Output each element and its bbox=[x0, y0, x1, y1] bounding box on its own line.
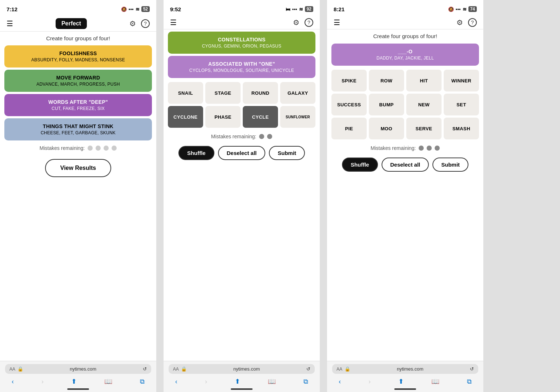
subtitle-1: Create four groups of four! bbox=[0, 32, 156, 44]
browser-nav-row-2: ‹ › ⬆ 📖 ⧉ bbox=[169, 376, 315, 387]
help-icon-2[interactable]: ? bbox=[305, 18, 313, 27]
deselect-all-button-3[interactable]: Deselect all bbox=[382, 158, 429, 172]
browser-bookmarks-btn-1[interactable]: 📖 bbox=[101, 377, 115, 386]
btn-row-3: Shuffle Deselect all Submit bbox=[327, 155, 483, 177]
hamburger-icon-3[interactable]: ☰ bbox=[334, 18, 340, 27]
group-tile-associated-one: ASSOCIATED WITH "ONE" CYCLOPS, MONOLOGUE… bbox=[168, 56, 315, 78]
deselect-all-button-2[interactable]: Deselect all bbox=[218, 146, 266, 160]
word-tile-galaxy[interactable]: GALAXY bbox=[280, 82, 315, 104]
wifi-icon: ≋ bbox=[136, 7, 140, 12]
help-icon-3[interactable]: ? bbox=[468, 18, 477, 27]
browser-tabs-btn-3[interactable]: ⧉ bbox=[464, 377, 475, 386]
hotel-icon: 🛏 bbox=[286, 7, 290, 12]
mistake-dot-1 bbox=[88, 146, 93, 151]
browser-bookmarks-btn-2[interactable]: 📖 bbox=[265, 377, 279, 386]
word-tile-row[interactable]: ROW bbox=[369, 70, 404, 91]
nav-bar-2: ☰ ⚙ ? bbox=[164, 16, 320, 29]
group-tile-deep: WORDS AFTER "DEEP" CUT, FAKE, FREEZE, SI… bbox=[4, 94, 152, 116]
status-time-1: 7:12 bbox=[7, 6, 17, 12]
help-icon-1[interactable]: ? bbox=[141, 19, 150, 28]
mistake-dot-2-2 bbox=[267, 134, 272, 139]
browser-forward-btn-3[interactable]: › bbox=[366, 377, 374, 386]
submit-button-3[interactable]: Submit bbox=[432, 158, 468, 172]
word-tile-winner[interactable]: WINNER bbox=[444, 70, 479, 91]
browser-bar-1: AA 🔒 nytimes.com ↺ ‹ › ⬆ 📖 ⧉ bbox=[0, 361, 156, 392]
group-name-deep: WORDS AFTER "DEEP" bbox=[10, 99, 146, 105]
signal-icon-2: ▪▪▪ bbox=[292, 7, 297, 12]
group-name-move-forward: MOVE FORWARD bbox=[10, 75, 146, 81]
settings-icon-3[interactable]: ⚙ bbox=[456, 18, 463, 27]
word-tile-serve[interactable]: SERVE bbox=[406, 118, 442, 139]
word-tile-moo[interactable]: MOO bbox=[369, 118, 404, 139]
word-tile-spike[interactable]: SPIKE bbox=[331, 70, 367, 91]
browser-forward-btn-2[interactable]: › bbox=[202, 377, 210, 386]
settings-icon-2[interactable]: ⚙ bbox=[293, 18, 299, 27]
word-tile-sunflower[interactable]: SUNFLOWER bbox=[280, 106, 315, 128]
reload-icon-1[interactable]: ↺ bbox=[143, 366, 147, 372]
group-name-associated-one: ASSOCIATED WITH "ONE" bbox=[174, 61, 310, 67]
group-name-foolishness: FOOLISHNESS bbox=[10, 50, 146, 56]
browser-back-btn-1[interactable]: ‹ bbox=[9, 377, 17, 386]
browser-bar-2: AA 🔒 nytimes.com ↺ ‹ › ⬆ 📖 ⧉ bbox=[164, 361, 320, 392]
mistakes-row-3: Mistakes remaining: bbox=[327, 142, 483, 155]
submit-button-2[interactable]: Submit bbox=[269, 146, 305, 160]
mistake-dot-4 bbox=[112, 146, 117, 151]
status-bar-3: 8:21 🔕 ▪▪▪ ≋ 74 bbox=[327, 0, 483, 16]
word-tile-stage[interactable]: STAGE bbox=[205, 82, 241, 104]
word-tile-phase[interactable]: PHASE bbox=[205, 106, 241, 128]
word-tile-cycle[interactable]: CYCLE bbox=[243, 106, 278, 128]
browser-forward-btn-1[interactable]: › bbox=[39, 377, 47, 386]
signal-icon: ▪▪▪ bbox=[129, 7, 134, 12]
browser-bookmarks-btn-3[interactable]: 📖 bbox=[428, 377, 442, 386]
status-bar-1: 7:12 🔕 ▪▪▪ ≋ 52 bbox=[0, 0, 156, 16]
word-tile-round[interactable]: ROUND bbox=[243, 82, 278, 104]
word-tile-smash[interactable]: SMASH bbox=[444, 118, 479, 139]
phone-2: 9:52 🛏 ▪▪▪ ≋ 92 ☰ ⚙ ? CONSTELLATIONS CYG… bbox=[164, 0, 320, 392]
browser-nav-row-1: ‹ › ⬆ 📖 ⧉ bbox=[5, 376, 151, 387]
word-tile-hit[interactable]: HIT bbox=[406, 70, 442, 91]
word-tile-bump[interactable]: BUMP bbox=[369, 94, 404, 115]
subtitle-3: Create four groups of four! bbox=[327, 29, 483, 42]
hamburger-icon-1[interactable]: ☰ bbox=[7, 19, 13, 28]
battery-badge-1: 52 bbox=[141, 6, 150, 12]
settings-icon-1[interactable]: ⚙ bbox=[129, 19, 136, 28]
word-tile-success[interactable]: SUCCESS bbox=[331, 94, 367, 115]
nav-actions-3: ⚙ ? bbox=[456, 18, 477, 27]
word-tile-pie[interactable]: PIE bbox=[331, 118, 367, 139]
reload-icon-2[interactable]: ↺ bbox=[306, 366, 310, 372]
reload-icon-3[interactable]: ↺ bbox=[470, 366, 474, 372]
browser-tabs-btn-2[interactable]: ⧉ bbox=[301, 377, 311, 386]
group-words-move-forward: ADVANCE, MARCH, PROGRESS, PUSH bbox=[10, 82, 146, 87]
browser-aa-3: AA bbox=[337, 367, 342, 372]
browser-nav-row-3: ‹ › ⬆ 📖 ⧉ bbox=[332, 376, 478, 387]
nav-actions-1: ⚙ ? bbox=[129, 19, 150, 28]
word-tile-cyclone[interactable]: CYCLONE bbox=[168, 106, 203, 128]
word-tile-snail[interactable]: SNAIL bbox=[168, 82, 203, 104]
group-tile-constellations: CONSTELLATIONS CYGNUS, GEMINI, ORION, PE… bbox=[168, 32, 315, 54]
status-bar-2: 9:52 🛏 ▪▪▪ ≋ 92 bbox=[164, 0, 320, 16]
browser-back-btn-2[interactable]: ‹ bbox=[172, 377, 180, 386]
browser-url-text-2[interactable]: nytimes.com bbox=[189, 366, 304, 372]
browser-tabs-btn-1[interactable]: ⧉ bbox=[137, 377, 148, 386]
status-time-3: 8:21 bbox=[334, 6, 345, 12]
word-tile-new[interactable]: NEW bbox=[406, 94, 442, 115]
group-name-constellations: CONSTELLATIONS bbox=[174, 37, 310, 42]
word-tile-set[interactable]: SET bbox=[444, 94, 479, 115]
browser-share-btn-3[interactable]: ⬆ bbox=[395, 377, 407, 386]
shuffle-button-3[interactable]: Shuffle bbox=[342, 158, 378, 172]
mistake-dot-3 bbox=[104, 146, 109, 151]
group-tile-o: ___-O DADDY, DAY, JACKIE, JELL bbox=[331, 44, 479, 66]
browser-url-text-3[interactable]: nytimes.com bbox=[352, 366, 468, 372]
view-results-button[interactable]: View Results bbox=[45, 159, 111, 177]
browser-url-text-1[interactable]: nytimes.com bbox=[25, 366, 141, 372]
group-words-deep: CUT, FAKE, FREEZE, SIX bbox=[10, 106, 146, 111]
nav-bar-1: ☰ Perfect ⚙ ? bbox=[0, 16, 156, 32]
shuffle-button-2[interactable]: Shuffle bbox=[178, 146, 214, 160]
browser-back-btn-3[interactable]: ‹ bbox=[336, 377, 344, 386]
mistakes-row-2: Mistakes remaining: bbox=[164, 130, 320, 143]
group-words-constellations: CYGNUS, GEMINI, ORION, PEGASUS bbox=[174, 44, 310, 49]
hamburger-icon-2[interactable]: ☰ bbox=[170, 18, 177, 27]
mistakes-label-3: Mistakes remaining: bbox=[371, 145, 416, 151]
browser-share-btn-1[interactable]: ⬆ bbox=[68, 377, 80, 386]
browser-share-btn-2[interactable]: ⬆ bbox=[232, 377, 243, 386]
